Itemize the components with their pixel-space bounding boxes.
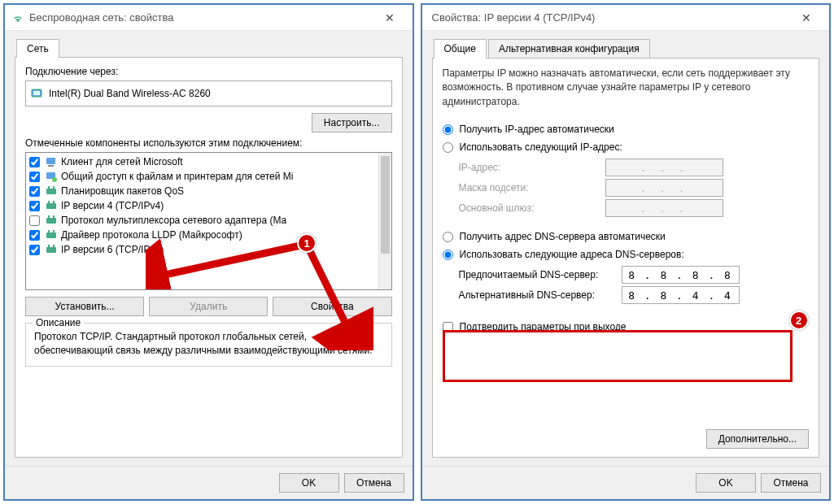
component-checkbox[interactable] <box>29 215 40 226</box>
tab-panel-general: Параметры IP можно назначать автоматичес… <box>432 58 820 458</box>
list-item[interactable]: IP версии 6 (TCP/IPv6) <box>26 242 391 257</box>
install-button[interactable]: Установить... <box>25 297 144 316</box>
cancel-button[interactable]: Отмена <box>761 473 821 493</box>
svg-rect-2 <box>33 91 40 95</box>
wifi-icon <box>11 11 24 24</box>
proto-icon <box>45 214 58 227</box>
close-button[interactable]: ✕ <box>373 7 406 29</box>
list-item[interactable]: Общий доступ к файлам и принтерам для се… <box>26 169 391 184</box>
svg-rect-14 <box>48 215 50 219</box>
radio-ip-auto-label: Получить IP-адрес автоматически <box>460 124 614 135</box>
dns-pref-input[interactable]: 8 . 8 . 8 . 8 <box>622 266 740 284</box>
properties-button[interactable]: Свойства <box>273 297 391 316</box>
component-label: Общий доступ к файлам и принтерам для се… <box>61 171 293 182</box>
description-text: Протокол TCP/IP. Стандартный протокол гл… <box>34 330 383 358</box>
description-title: Описание <box>33 317 84 328</box>
dialog-buttons-left: OK Отмена <box>5 466 413 499</box>
window-title: Свойства: IP версии 4 (TCP/IPv4) <box>432 11 791 24</box>
svg-rect-17 <box>48 230 50 233</box>
field-dns-pref: Предпочитаемый DNS-сервер: 8 . 8 . 8 . 8 <box>459 266 810 284</box>
adapter-icon <box>31 87 44 100</box>
gateway-label: Основной шлюз: <box>459 202 605 214</box>
svg-rect-12 <box>53 201 55 204</box>
gateway-input[interactable]: . . . <box>605 199 723 217</box>
component-checkbox[interactable] <box>29 230 40 241</box>
ipv4-properties-window: Свойства: IP версии 4 (TCP/IPv4) ✕ Общие… <box>421 3 832 501</box>
qos-icon <box>45 185 58 198</box>
description-group: Описание Протокол TCP/IP. Стандартный пр… <box>25 323 392 367</box>
subnet-input[interactable]: . . . <box>605 179 723 197</box>
tab-network[interactable]: Сеть <box>16 39 59 58</box>
radio-dns-manual-input[interactable] <box>443 250 453 260</box>
ok-button[interactable]: OK <box>696 473 756 493</box>
scrollbar[interactable] <box>378 153 391 289</box>
ip-address-label: IP-адрес: <box>459 162 605 173</box>
close-button[interactable]: ✕ <box>790 7 823 29</box>
configure-button[interactable]: Настроить... <box>312 113 392 133</box>
component-label: IP версии 4 (TCP/IPv4) <box>61 200 164 211</box>
component-label: IP версии 6 (TCP/IPv6) <box>61 244 164 255</box>
components-listbox[interactable]: Клиент для сетей MicrosoftОбщий доступ к… <box>25 152 392 290</box>
component-label: Планировщик пакетов QoS <box>61 185 184 197</box>
radio-dns-manual[interactable]: Использовать следующие адреса DNS-сервер… <box>443 249 810 260</box>
svg-rect-11 <box>48 201 50 204</box>
field-subnet: Маска подсети: . . . <box>459 179 810 197</box>
component-checkbox[interactable] <box>29 245 40 255</box>
client-icon <box>45 155 58 168</box>
cancel-button[interactable]: Отмена <box>344 473 404 493</box>
list-item[interactable]: Планировщик пакетов QoS <box>26 184 391 198</box>
list-item[interactable]: Протокол мультиплексора сетевого адаптер… <box>26 213 391 228</box>
radio-ip-manual-input[interactable] <box>443 142 453 153</box>
validate-checkbox-row[interactable]: Подтвердить параметры при выходе <box>443 321 810 332</box>
component-checkbox[interactable] <box>29 157 40 167</box>
validate-label: Подтвердить параметры при выходе <box>460 321 627 332</box>
svg-rect-7 <box>46 189 56 194</box>
list-item[interactable]: Драйвер протокола LLDP (Майкрософт) <box>26 228 391 242</box>
list-item[interactable]: Клиент для сетей Microsoft <box>26 154 391 169</box>
annotation-badge-2: 2 <box>789 311 809 330</box>
svg-rect-21 <box>53 245 55 248</box>
component-checkbox[interactable] <box>29 172 40 182</box>
client-area-right: Общие Альтернативная конфигурация Параме… <box>422 31 830 466</box>
titlebar-right: Свойства: IP версии 4 (TCP/IPv4) ✕ <box>422 5 830 31</box>
ok-button[interactable]: OK <box>279 473 339 493</box>
svg-rect-4 <box>48 165 54 167</box>
radio-ip-manual[interactable]: Использовать следующий IP-адрес: <box>443 141 810 153</box>
remove-button[interactable]: Удалить <box>149 297 268 316</box>
component-checkbox[interactable] <box>29 201 40 211</box>
svg-rect-8 <box>48 186 50 189</box>
radio-ip-auto[interactable]: Получить IP-адрес автоматически <box>443 124 810 135</box>
radio-dns-auto[interactable]: Получить адрес DNS-сервера автоматически <box>443 231 810 242</box>
dns-alt-input[interactable]: 8 . 8 . 4 . 4 <box>622 286 740 304</box>
ip-address-input[interactable]: . . . <box>605 159 723 176</box>
svg-rect-20 <box>48 245 50 248</box>
field-dns-alt: Альтернативный DNS-сервер: 8 . 8 . 4 . 4 <box>459 286 810 304</box>
client-area-left: Сеть Подключение через: Intel(R) Dual Ba… <box>5 31 413 466</box>
radio-ip-auto-input[interactable] <box>443 124 453 135</box>
dns-pref-label: Предпочитаемый DNS-сервер: <box>459 269 622 280</box>
tab-alt-config[interactable]: Альтернативная конфигурация <box>488 39 650 59</box>
tab-general[interactable]: Общие <box>434 39 487 59</box>
svg-rect-19 <box>46 247 56 253</box>
svg-rect-9 <box>53 186 55 189</box>
component-label: Клиент для сетей Microsoft <box>61 156 183 167</box>
proto-icon <box>45 228 58 241</box>
titlebar-left: Беспроводная сеть: свойства ✕ <box>5 5 413 31</box>
connect-via-label: Подключение через: <box>25 66 392 77</box>
radio-dns-manual-label: Использовать следующие адреса DNS-сервер… <box>460 249 684 260</box>
component-checkbox[interactable] <box>29 186 40 197</box>
svg-point-6 <box>52 177 57 182</box>
adapter-box: Intel(R) Dual Band Wireless-AC 8260 <box>25 80 392 106</box>
validate-checkbox[interactable] <box>443 322 453 332</box>
info-text: Параметры IP можно назначать автоматичес… <box>443 67 810 109</box>
radio-dns-auto-input[interactable] <box>443 232 453 242</box>
svg-rect-16 <box>46 232 56 238</box>
tab-panel-network: Подключение через: Intel(R) Dual Band Wi… <box>15 57 403 458</box>
dns-alt-label: Альтернативный DNS-сервер: <box>459 289 622 301</box>
scrollbar-thumb[interactable] <box>381 156 390 254</box>
advanced-button[interactable]: Дополнительно... <box>706 429 809 449</box>
component-label: Протокол мультиплексора сетевого адаптер… <box>61 215 286 226</box>
share-icon <box>45 170 58 183</box>
network-properties-window: Беспроводная сеть: свойства ✕ Сеть Подкл… <box>3 3 414 501</box>
list-item[interactable]: IP версии 4 (TCP/IPv4) <box>26 198 391 213</box>
